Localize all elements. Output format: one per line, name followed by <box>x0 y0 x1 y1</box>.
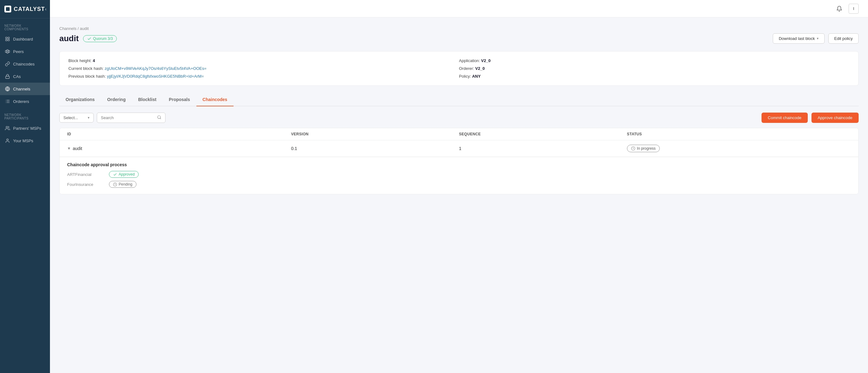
prev-hash-label: Previous block hash: <box>68 74 106 78</box>
edit-policy-button[interactable]: Edit policy <box>828 33 859 44</box>
status-label: In progress <box>637 146 656 150</box>
svg-rect-2 <box>6 39 7 41</box>
table-controls: Select... ▾ Commit chaincode Approve cha… <box>59 112 859 123</box>
approve-chaincode-button[interactable]: Approve chaincode <box>811 112 859 123</box>
info-left: Block height: 4 Current block hash: zgUl… <box>68 58 459 78</box>
page-title-row: audit Quorum 3/3 <box>59 34 117 43</box>
download-last-block-button[interactable]: Download last block ▾ <box>773 33 825 44</box>
policy-label: Policy: <box>459 74 471 78</box>
approval-org-artfinancial: ARTFinancial <box>67 172 104 177</box>
sidebar-item-partners-msps[interactable]: Partners' MSPs <box>0 122 50 134</box>
sidebar-item-label-orderers: Orderers <box>13 99 29 104</box>
inprogress-clock-icon <box>631 146 636 150</box>
sidebar-collapse-button[interactable]: ‹ <box>45 6 47 11</box>
current-hash-value[interactable]: zgUloCM+v9WVeAKqJy7Os/4s6YySluEtv5t4VA+O… <box>104 66 206 71</box>
prev-hash-row: Previous block hash: yjjEjyI/KJjVD0RdqC8… <box>68 74 459 78</box>
approval-row-fourinsurance: FourInsurance Pending <box>67 181 851 188</box>
application-value: V2_0 <box>481 58 491 63</box>
page-header: audit Quorum 3/3 Download last block ▾ E… <box>59 33 859 44</box>
search-input[interactable] <box>101 115 155 120</box>
pending-label: Pending <box>119 182 132 186</box>
orderer-row: Orderer: V2_0 <box>459 66 849 71</box>
sidebar-item-label-partners-msps: Partners' MSPs <box>13 126 41 131</box>
orderers-icon <box>4 98 11 104</box>
sidebar-item-label-dashboard: Dashboard <box>13 37 33 41</box>
header-buttons: Download last block ▾ Edit policy <box>773 33 859 44</box>
approval-org-fourinsurance: FourInsurance <box>67 182 104 187</box>
tab-chaincodes[interactable]: Chaincodes <box>196 93 234 106</box>
sidebar-item-channels[interactable]: Channels <box>0 83 50 95</box>
user-avatar[interactable]: I <box>849 4 859 14</box>
svg-rect-1 <box>8 37 9 39</box>
approved-label: Approved <box>119 172 134 176</box>
breadcrumb-separator: / <box>78 26 80 31</box>
sidebar-item-dashboard[interactable]: Dashboard <box>0 33 50 45</box>
quorum-check-icon <box>87 36 91 41</box>
tabs: Organizations Ordering Blocklist Proposa… <box>59 93 859 106</box>
breadcrumb: Channels / audit <box>59 26 859 31</box>
cas-icon <box>4 73 11 79</box>
chaincode-id-cell: ▼ audit <box>67 146 291 151</box>
tab-blocklist[interactable]: Blocklist <box>132 93 162 106</box>
select-placeholder: Select... <box>63 115 78 120</box>
table-row-main[interactable]: ▼ audit 0.1 1 In progress <box>60 140 858 157</box>
block-height-row: Block height: 4 <box>68 58 459 63</box>
breadcrumb-current: audit <box>80 26 89 31</box>
page-content: Channels / audit audit Quorum 3/3 Downlo… <box>50 18 868 373</box>
tab-organizations[interactable]: Organizations <box>59 93 101 106</box>
prev-hash-value[interactable]: yjjEjyI/KJjVD0RdqC8gfsfxwoSHKGE5NBbR+Id+… <box>107 74 204 78</box>
sidebar-item-chaincodes[interactable]: Chaincodes <box>0 58 50 70</box>
chaincodes-icon <box>4 61 11 67</box>
peers-icon <box>4 48 11 55</box>
sidebar-item-label-your-msps: Your MSPs <box>13 138 33 143</box>
partners-msps-icon <box>4 125 11 131</box>
brand-name: CATALYST <box>14 6 45 12</box>
brand-logo: CATALYST ‹ <box>0 0 50 19</box>
table-header-version: Version <box>291 132 459 136</box>
edit-policy-label: Edit policy <box>834 36 853 41</box>
policy-row: Policy: ANY <box>459 74 849 78</box>
info-right: Application: V2_0 Orderer: V2_0 Policy: … <box>459 58 849 78</box>
current-hash-label: Current block hash: <box>68 66 104 71</box>
chaincode-version-cell: 0.1 <box>291 146 459 151</box>
breadcrumb-parent[interactable]: Channels <box>59 26 76 31</box>
main-content: I Channels / audit audit Quorum 3/3 Down… <box>50 0 868 373</box>
search-icon <box>157 115 161 121</box>
sidebar-item-label-cas: CAs <box>13 74 21 79</box>
policy-value: ANY <box>472 74 480 78</box>
svg-rect-5 <box>7 49 8 53</box>
svg-point-16 <box>6 139 8 140</box>
channels-icon <box>4 86 11 92</box>
svg-rect-7 <box>6 76 9 78</box>
sidebar-item-peers[interactable]: Peers <box>0 45 50 58</box>
notification-bell-button[interactable] <box>834 4 844 14</box>
filter-select[interactable]: Select... ▾ <box>59 113 94 123</box>
section-label-network-components: Network components <box>0 19 50 33</box>
download-chevron-icon: ▾ <box>817 36 819 40</box>
table-header-sequence: Sequence <box>459 132 627 136</box>
table-controls-right: Commit chaincode Approve chaincode <box>762 112 859 123</box>
sidebar-item-your-msps[interactable]: Your MSPs <box>0 134 50 147</box>
sidebar-item-cas[interactable]: CAs <box>0 70 50 83</box>
orderer-label: Orderer: <box>459 66 474 71</box>
svg-rect-6 <box>8 50 10 53</box>
svg-point-15 <box>6 126 7 128</box>
topbar: I <box>50 0 868 18</box>
tab-ordering[interactable]: Ordering <box>101 93 132 106</box>
dashboard-icon <box>4 36 11 42</box>
info-card: Block height: 4 Current block hash: zgUl… <box>59 51 859 86</box>
sidebar-item-label-peers: Peers <box>13 49 24 54</box>
chaincode-status-cell: In progress <box>627 145 851 152</box>
table-header-status: Status <box>627 132 851 136</box>
tab-proposals[interactable]: Proposals <box>163 93 196 106</box>
table-row: ▼ audit 0.1 1 In progress Chaincode appr… <box>60 140 858 194</box>
commit-chaincode-button[interactable]: Commit chaincode <box>762 112 808 123</box>
pending-clock-icon <box>113 182 117 186</box>
section-label-network-participants: Network participants <box>0 108 50 122</box>
page-title: audit <box>59 34 79 43</box>
block-height-label: Block height: <box>68 58 91 63</box>
sidebar-item-orderers[interactable]: Orderers <box>0 95 50 108</box>
row-expand-icon[interactable]: ▼ <box>67 146 71 150</box>
chaincode-id-value: audit <box>73 146 82 151</box>
svg-rect-3 <box>8 39 9 41</box>
